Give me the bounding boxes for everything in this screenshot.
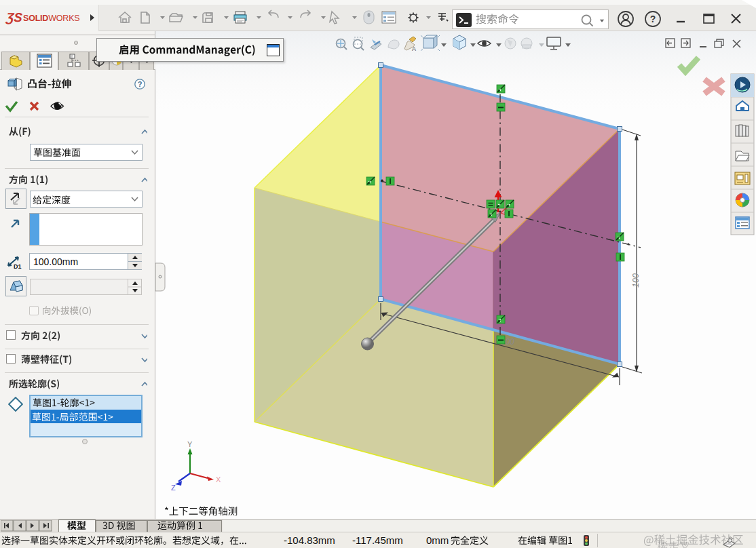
svg-text:SOLIDWORKS: SOLIDWORKS (23, 14, 79, 23)
svg-text:A: A (412, 45, 416, 52)
svg-text:Y: Y (187, 440, 193, 448)
svg-text:X: X (216, 475, 221, 484)
svg-text:Z: Z (171, 484, 176, 492)
svg-text:D1: D1 (14, 263, 22, 269)
svg-text:?: ? (138, 80, 143, 88)
svg-text:100: 100 (631, 273, 641, 288)
svg-text:?: ? (650, 14, 656, 24)
svg-text:ƷS: ƷS (5, 10, 23, 24)
